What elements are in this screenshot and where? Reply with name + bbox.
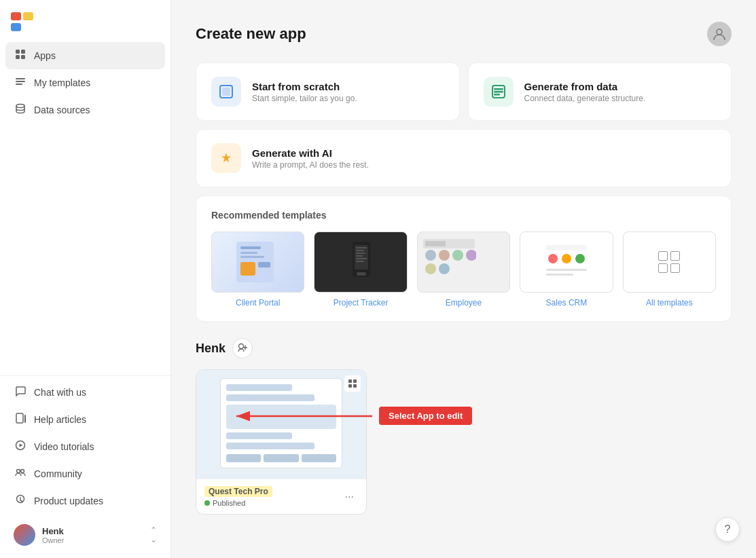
sidebar-item-product-updates[interactable]: Product updates — [5, 487, 165, 515]
chevron-up-down-icon: ⌃⌄ — [150, 525, 157, 544]
grid-cell-4 — [670, 263, 680, 273]
svg-point-42 — [439, 263, 450, 274]
sidebar: Apps My templates Data sources Chat with… — [0, 0, 171, 558]
annotation-wrap: Select App to edit — [379, 407, 472, 425]
sidebar-item-data-sources[interactable]: Data sources — [5, 96, 165, 124]
data-card-text: Generate from data Connect data, generat… — [524, 81, 646, 103]
svg-rect-54 — [353, 384, 357, 388]
help-button[interactable]: ? — [715, 517, 740, 542]
svg-point-37 — [425, 250, 436, 261]
sidebar-item-product-updates-label: Product updates — [34, 496, 103, 506]
avatar — [14, 524, 35, 546]
preview-btn-row — [226, 454, 336, 462]
data-card-desc: Connect data, generate structure. — [524, 94, 646, 103]
help-articles-icon — [14, 413, 27, 426]
template-client-portal[interactable]: Client Portal — [211, 231, 304, 308]
preview-btn-3 — [302, 454, 336, 462]
my-templates-icon — [14, 76, 27, 90]
preview-row-3 — [226, 432, 292, 439]
all-templates-label: All templates — [646, 298, 693, 308]
scratch-card-desc: Start simple, tailor as you go. — [252, 94, 357, 103]
app-more-button[interactable]: ··· — [341, 489, 358, 504]
data-card-title: Generate from data — [524, 81, 646, 92]
create-cards-grid: Start from scratch Start simple, tailor … — [196, 62, 732, 187]
preview-row-1 — [226, 384, 292, 391]
app-card-quest-tech-pro[interactable]: Quest Tech Pro Published ··· — [196, 369, 367, 515]
generate-from-data-card[interactable]: Generate from data Connect data, generat… — [468, 62, 732, 121]
main-content: Create new app Start from scratch Start … — [171, 0, 756, 558]
sidebar-bottom: Chat with us Help articles Video tutoria… — [0, 375, 170, 558]
sidebar-item-chat[interactable]: Chat with us — [5, 379, 165, 406]
sales-crm-label: Sales CRM — [546, 298, 588, 308]
all-templates-thumb — [623, 231, 716, 293]
app-card-footer: Quest Tech Pro Published ··· — [196, 479, 366, 514]
preview-row-2 — [226, 394, 314, 401]
svg-point-7 — [16, 105, 24, 108]
svg-point-46 — [562, 254, 571, 263]
user-role: Owner — [42, 536, 143, 544]
user-info: Henk Owner — [42, 526, 143, 544]
sidebar-item-apps[interactable]: Apps — [5, 42, 165, 69]
sidebar-item-community[interactable]: Community — [5, 460, 165, 487]
community-icon — [14, 467, 27, 481]
svg-point-39 — [452, 250, 463, 261]
app-name-wrap: Quest Tech Pro Published — [204, 486, 272, 507]
chat-icon — [14, 386, 27, 399]
invite-icon — [238, 343, 247, 354]
scratch-icon-wrap — [211, 77, 241, 107]
project-tracker-thumb — [314, 231, 407, 293]
product-updates-icon — [14, 494, 27, 508]
svg-point-38 — [439, 250, 450, 261]
svg-rect-36 — [425, 241, 446, 246]
workspace-invite-button[interactable] — [232, 338, 253, 358]
main-header: Create new app — [196, 22, 732, 46]
logo-dot-blue — [11, 23, 21, 31]
svg-rect-5 — [16, 81, 25, 82]
logo-dot-yellow — [23, 12, 33, 20]
data-sources-icon — [14, 103, 27, 117]
preview-row-4 — [226, 443, 314, 449]
template-employee[interactable]: Employee — [417, 231, 510, 308]
sidebar-item-data-sources-label: Data sources — [34, 105, 90, 115]
app-logo[interactable] — [0, 0, 170, 39]
sidebar-item-my-templates[interactable]: My templates — [5, 69, 165, 96]
logo-dot-red — [11, 12, 21, 20]
svg-point-41 — [425, 263, 436, 274]
app-card-menu-button[interactable] — [344, 375, 361, 392]
sidebar-item-community-label: Community — [34, 468, 82, 479]
generate-with-ai-card[interactable]: Generate with AI Write a prompt, AI does… — [196, 129, 732, 187]
svg-rect-0 — [16, 50, 20, 54]
all-templates-grid-icon — [658, 251, 680, 273]
ai-card-desc: Write a prompt, AI does the rest. — [252, 160, 369, 170]
svg-point-45 — [548, 254, 558, 263]
svg-rect-18 — [494, 91, 503, 93]
ai-icon-wrap — [211, 143, 241, 173]
sales-crm-thumb — [520, 231, 613, 293]
sidebar-item-video[interactable]: Video tutorials — [5, 433, 165, 460]
svg-point-40 — [466, 250, 476, 261]
svg-rect-49 — [546, 274, 573, 276]
app-card-container: Quest Tech Pro Published ··· Se — [196, 369, 367, 515]
svg-rect-22 — [240, 252, 257, 254]
svg-point-47 — [575, 254, 585, 263]
svg-rect-30 — [356, 253, 365, 254]
template-project-tracker[interactable]: Project Tracker — [314, 231, 407, 308]
sidebar-item-help[interactable]: Help articles — [5, 406, 165, 433]
client-portal-thumb — [211, 231, 304, 293]
svg-rect-2 — [16, 55, 20, 59]
sidebar-item-chat-label: Chat with us — [34, 387, 86, 398]
app-status: Published — [204, 499, 272, 507]
header-user-avatar[interactable] — [707, 22, 732, 46]
start-from-scratch-card[interactable]: Start from scratch Start simple, tailor … — [196, 62, 460, 121]
grid-cell-1 — [658, 251, 668, 261]
svg-rect-23 — [240, 256, 264, 258]
sidebar-item-video-label: Video tutorials — [34, 441, 94, 452]
recommended-templates-section: Recommended templates Client Portal — [196, 196, 732, 322]
status-published-dot — [204, 500, 210, 506]
svg-point-11 — [17, 470, 20, 473]
templates-row: Client Portal Projec — [211, 231, 716, 308]
template-all-templates[interactable]: All templates — [623, 231, 716, 308]
user-profile[interactable]: Henk Owner ⌃⌄ — [5, 517, 165, 553]
data-icon-wrap — [484, 77, 514, 107]
template-sales-crm[interactable]: Sales CRM — [520, 231, 613, 308]
